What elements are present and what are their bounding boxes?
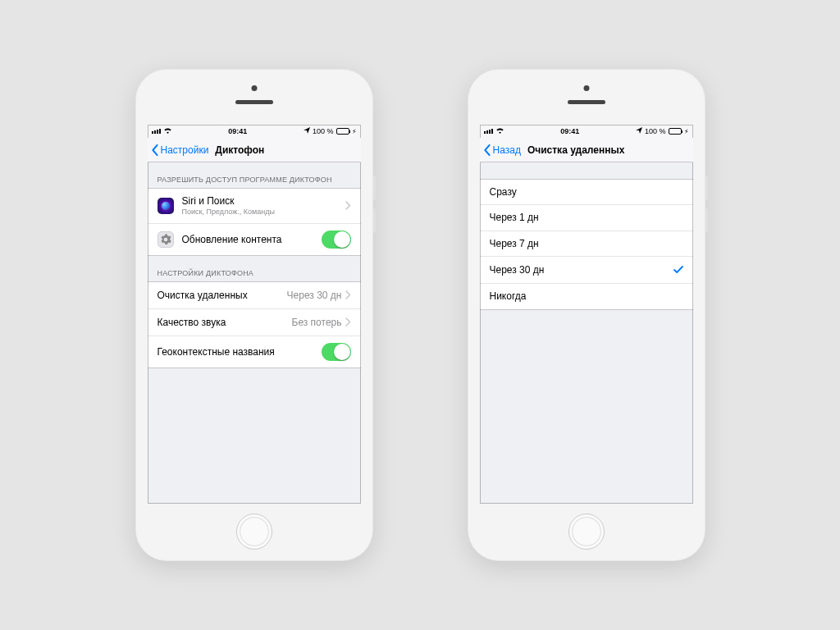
refresh-title: Обновление контента [182,234,322,245]
back-button[interactable]: Настройки [148,144,209,156]
option-30days[interactable]: Через 30 дн [480,257,693,284]
clear-deleted-cell[interactable]: Очистка удаленных Через 30 дн [148,282,361,309]
content-area: Сразу Через 1 дн Через 7 дн Через 30 дн … [480,162,693,504]
audio-quality-cell[interactable]: Качество звука Без потерь [148,309,361,336]
phone-speaker [568,100,605,104]
chevron-right-icon [345,289,351,302]
phone-mockup-right: 09:41 100 % ⚡︎ Назад Очистка удаленных С… [468,69,705,561]
geo-names-label: Геоконтекстные названия [158,346,322,358]
clear-deleted-value: Через 30 дн [287,290,342,301]
status-bar: 09:41 100 % ⚡︎ [148,125,361,138]
signal-icon [484,129,493,134]
status-bar: 09:41 100 % ⚡︎ [480,125,693,138]
page-title: Очистка удаленных [527,144,624,156]
location-icon [304,127,310,135]
option-1day[interactable]: Через 1 дн [480,205,693,231]
battery-percent: 100 % [645,127,666,135]
section-header-settings: НАСТРОЙКИ ДИКТОФОНА [148,256,361,281]
page-title: Диктофон [215,144,264,156]
option-label: Никогда [490,290,683,302]
location-icon [636,127,642,135]
back-button[interactable]: Назад [480,144,521,156]
background-refresh-toggle[interactable] [322,231,351,249]
options-group: Сразу Через 1 дн Через 7 дн Через 30 дн … [480,179,693,310]
section-header-access: РАЗРЕШИТЬ ДОСТУП ПРОГРАММЕ ДИКТОФОН [148,162,361,188]
status-time: 09:41 [228,127,247,135]
option-label: Сразу [490,186,683,198]
nav-bar: Настройки Диктофон [148,138,361,162]
geo-names-cell: Геоконтекстные названия [148,336,361,368]
home-button[interactable] [568,514,605,550]
back-label: Назад [493,144,521,156]
charging-icon: ⚡︎ [684,128,689,135]
back-label: Настройки [161,144,209,156]
chevron-right-icon [345,199,351,212]
battery-icon [336,128,349,135]
home-button[interactable] [236,514,272,550]
chevron-left-icon [151,144,159,156]
status-time: 09:41 [560,127,579,135]
phone-mockup-left: 09:41 100 % ⚡︎ Настройки Диктофон РАЗРЕШ… [135,69,373,561]
wifi-icon [163,127,172,135]
signal-icon [152,129,161,134]
phone-camera [251,85,257,91]
chevron-right-icon [345,316,351,329]
audio-quality-value: Без потерь [292,317,342,328]
battery-percent: 100 % [313,127,334,135]
option-immediate[interactable]: Сразу [480,180,693,205]
siri-search-cell[interactable]: Siri и Поиск Поиск, Предлож., Команды [148,189,361,224]
screen-left: 09:41 100 % ⚡︎ Настройки Диктофон РАЗРЕШ… [148,125,361,504]
charging-icon: ⚡︎ [352,128,357,135]
checkmark-icon [673,263,683,276]
siri-subtitle: Поиск, Предлож., Команды [182,208,345,217]
screen-right: 09:41 100 % ⚡︎ Назад Очистка удаленных С… [480,125,693,504]
option-label: Через 30 дн [490,264,673,276]
cell-group-settings: Очистка удаленных Через 30 дн Качество з… [148,281,361,368]
phone-camera [583,85,589,91]
clear-deleted-label: Очистка удаленных [158,290,287,301]
wifi-icon [495,127,504,135]
option-label: Через 1 дн [490,212,683,223]
geo-names-toggle[interactable] [322,343,351,361]
battery-icon [669,128,682,135]
option-7days[interactable]: Через 7 дн [480,231,693,257]
option-label: Через 7 дн [490,238,683,249]
background-refresh-cell: Обновление контента [148,224,361,255]
content-area: РАЗРЕШИТЬ ДОСТУП ПРОГРАММЕ ДИКТОФОН Siri… [148,162,361,504]
audio-quality-label: Качество звука [158,317,292,328]
nav-bar: Назад Очистка удаленных [480,138,693,162]
cell-group-access: Siri и Поиск Поиск, Предлож., Команды Об… [148,188,361,256]
chevron-left-icon [483,144,491,156]
gear-icon [158,231,174,248]
siri-icon [158,198,174,214]
siri-title: Siri и Поиск [182,195,345,207]
option-never[interactable]: Никогда [480,284,693,308]
phone-speaker [235,100,273,104]
